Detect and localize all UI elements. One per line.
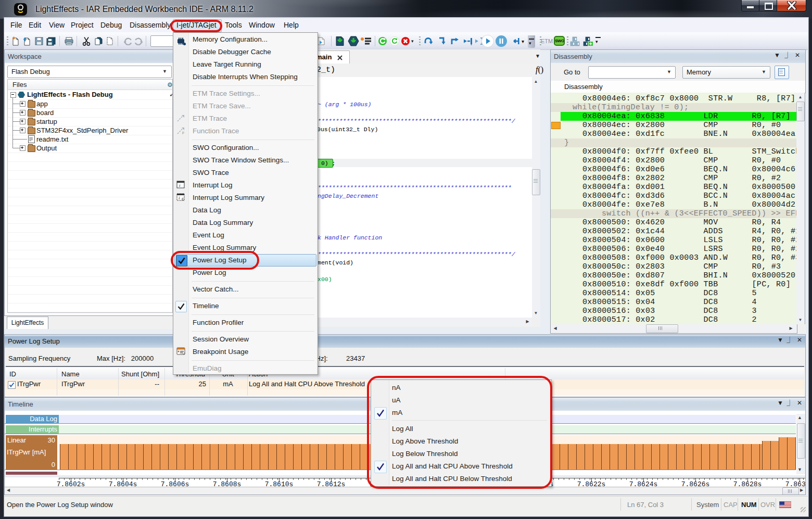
svg-text:Ɛ: Ɛ: [182, 197, 184, 201]
svg-text:U: U: [183, 352, 185, 355]
svg-text:F: F: [182, 131, 184, 135]
